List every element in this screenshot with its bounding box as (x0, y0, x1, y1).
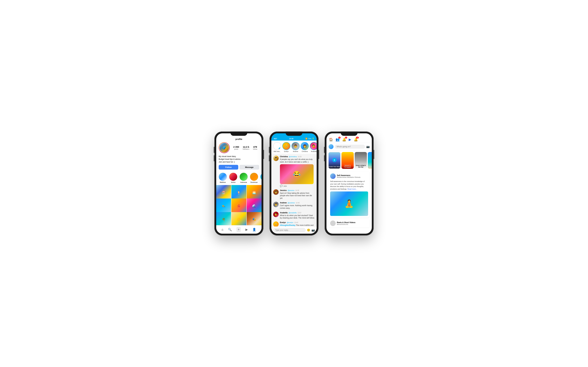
p1-grid-item-9[interactable]: 🎭 (247, 212, 261, 225)
p1-highlight-indonesia[interactable]: Indonesia (240, 173, 248, 183)
p1-highlight-dominican[interactable]: Dominican (250, 173, 258, 183)
p2-msg-evelyn-text: #thoughtoftheday The more truthful and o… (280, 224, 315, 226)
p2-msg-christina-handle: @christina (289, 156, 297, 158)
p3-camera-icon[interactable]: 📷 (366, 145, 370, 148)
p2-msg-jessica-header: Jessica @jessica 14:35 (280, 189, 315, 192)
phone-3: 🏠 👥 8 🔔 5 ▶ (325, 132, 374, 235)
p1-highlight-venice-label: Venice (231, 182, 235, 183)
p1-grid-item-4[interactable]: 🏊 (216, 199, 231, 213)
p1-stat-follow: 479 follow (253, 146, 257, 150)
p3-post-reels-sub: Monochrome Art (337, 224, 355, 225)
p3-nav-video-icon[interactable]: ▶ (349, 138, 351, 142)
p2-msg-anabella-content: Anabella @anabella 13:57 What to do when… (280, 212, 315, 219)
p3-story-beach[interactable]: Spa & Treatments (368, 152, 372, 169)
p1-nav-add-icon[interactable]: + (236, 227, 241, 232)
p1-grid-item-8[interactable]: ☀️ (231, 212, 246, 225)
p2-story-anabella[interactable]: 💁 Anabella (310, 142, 317, 152)
p2-msg-anabella: 💁 Anabella @anabella 13:57 What to do wh… (273, 212, 315, 219)
p2-msg-jessica: 👩 Jessica @jessica 14:35 Spot on! Stop t… (273, 189, 315, 200)
p3-story-create[interactable]: + Create Your Story (328, 152, 341, 169)
p2-story-evelyn-circle: 😊 (282, 142, 290, 150)
p3-post-self-awareness-sub: Mediterranean Meditation Retreats (337, 176, 361, 178)
p2-story-christina[interactable]: 👩 Christina (301, 142, 309, 152)
p1-highlight-indonesia-circle (240, 173, 248, 181)
p3-story-sunset[interactable]: Sunset in Hunagupa (341, 152, 354, 169)
p2-msg-christina-text: If people say you can't do what you trul… (280, 158, 315, 163)
phone-2-vol-up (269, 147, 269, 153)
p1-nav-home-icon[interactable]: ⌂ (222, 228, 223, 231)
p3-post-self-awareness-name: Self Awareness (337, 174, 361, 176)
p2-msg-christina-image[interactable]: 😂 (280, 164, 314, 184)
p1-highlight-greece[interactable]: Greece (260, 173, 261, 183)
p2-msg-anabella-time: 13:57 (297, 212, 301, 214)
p1-bottom-nav: ⌂ 🔍 + ▶ 👤 (216, 225, 261, 234)
phone-3-screen: 🏠 👥 8 🔔 5 ▶ (327, 133, 372, 234)
p1-highlight-maldives-label: Maldives (220, 182, 226, 183)
p2-msg-jessica-time: 14:35 (295, 190, 299, 191)
phone-1: profile 🧳 2 350 posts 12,3 k followers (214, 132, 263, 235)
p1-nav-profile-icon[interactable]: 👤 (252, 228, 256, 231)
p1-grid-item-5[interactable]: 👙 (231, 199, 246, 213)
p2-story-add-new[interactable]: + Add new... (273, 142, 281, 152)
p3-user-avatar (329, 144, 334, 149)
p3-search-input[interactable] (335, 145, 365, 149)
p2-camera-reply-icon[interactable]: 📷 (311, 228, 315, 232)
p1-stats: 2 350 posts 12,3 k followers 479 follow (232, 146, 259, 150)
p2-story-add-plus: + (278, 147, 281, 150)
p1-highlight-dominican-label: Dominican (250, 182, 258, 183)
p2-msg-christina-actions: 💬 ▶▶ (280, 185, 315, 187)
p3-read-more-link[interactable]: Read more... (347, 188, 357, 190)
p1-grid-item-1[interactable]: 🏖️ (216, 185, 231, 200)
p1-grid-item-3[interactable]: 🌅 (247, 185, 261, 200)
p2-msg-evelyn-header: Evelyn @evelyn 13:43 (280, 221, 315, 224)
p1-follow-button[interactable]: Follow (219, 165, 238, 170)
p2-avatar-christina: 👩 (273, 156, 279, 161)
p2-comment-icon[interactable]: 💬 (280, 185, 283, 187)
p1-nav-video-icon[interactable]: ▶ (245, 228, 248, 231)
p2-signal-icon: 📶 (305, 138, 307, 140)
p3-nav-alerts-icon[interactable]: 🔔 12 (354, 138, 358, 142)
p2-avatar-evelyn: 😊 (273, 221, 279, 226)
p2-stories-row: + Add new... 😊 Evelyn 👨 Andrew 👩 Christi… (271, 141, 317, 154)
p2-messages-list: 👩 Christina @christina 14:20 If people s… (271, 154, 317, 226)
p2-msg-jessica-handle: @jessica (287, 190, 294, 191)
p1-grid-item-2[interactable]: 🍹 (231, 185, 246, 200)
p1-grid-item-6[interactable]: 🌊 (247, 199, 261, 213)
p3-feed: Self Awareness Mediterranean Meditation … (327, 170, 372, 234)
p2-msg-evelyn-time: 13:43 (294, 222, 298, 223)
p2-msg-andrew-name: Andrew (280, 202, 287, 204)
phone-1-power-btn (263, 150, 264, 159)
p3-nav-icons: 🏠 👥 8 🔔 5 ▶ (329, 138, 358, 142)
p1-message-button[interactable]: Message (240, 165, 259, 170)
p2-emoji-icon[interactable]: 🙂 (307, 228, 310, 232)
p1-followers-label: followers (243, 148, 249, 150)
p1-highlight-maldives[interactable]: Maldives (219, 173, 227, 183)
p2-story-evelyn[interactable]: 😊 Evelyn (282, 142, 290, 152)
p2-story-andrew-label: Andrew (293, 151, 298, 152)
p1-follow-count: 479 (253, 146, 257, 148)
p3-story-cycling[interactable]: Green Living in the City (355, 152, 367, 169)
p2-msg-jessica-name: Jessica (280, 189, 286, 192)
p2-msg-jessica-content: Jessica @jessica 14:35 Spot on! Stop tak… (280, 189, 315, 200)
p2-msg-anabella-handle: @anabella (288, 212, 297, 214)
p2-story-andrew[interactable]: 👨 Andrew (292, 142, 300, 152)
p2-msg-andrew-text: Can't agree more. Nothing worth having c… (280, 204, 315, 209)
p1-grid-item-7[interactable]: 🌴 (216, 212, 231, 225)
p3-post-reels-name: Reels & Short Videos (337, 221, 355, 224)
p2-share-icon[interactable]: ▶▶ (284, 185, 287, 187)
p2-reply-input[interactable] (273, 228, 306, 233)
p1-highlight-venice[interactable]: Venice (229, 173, 237, 183)
p2-msg-andrew-content: Andrew @andrew 14:40 Can't agree more. N… (280, 202, 315, 209)
p3-post-reels-meta: Reels & Short Videos Monochrome Art (337, 221, 355, 225)
p2-avatar-anabella: 💁 (273, 212, 279, 217)
p3-nav-home-icon[interactable]: 🏠 (329, 138, 333, 142)
p3-post-self-awareness-header: Self Awareness Mediterranean Meditation … (330, 173, 368, 179)
p2-msg-evelyn-handle: @evelyn (287, 222, 293, 223)
p3-nav-friends-icon[interactable]: 👥 8 (336, 138, 340, 142)
p2-story-christina-circle: 👩 (301, 142, 309, 150)
p2-msg-evelyn-content: Evelyn @evelyn 13:43 #thoughtoftheday Th… (280, 221, 315, 226)
phone-2-screen: NET 14:40 📶 75% 🔋 + Add new... 😊 (271, 133, 317, 234)
p3-nav-notification-icon[interactable]: 🔔 5 (342, 138, 346, 142)
p2-hashtag: #thoughtoftheday (280, 224, 295, 226)
p1-nav-search-icon[interactable]: 🔍 (228, 228, 232, 231)
